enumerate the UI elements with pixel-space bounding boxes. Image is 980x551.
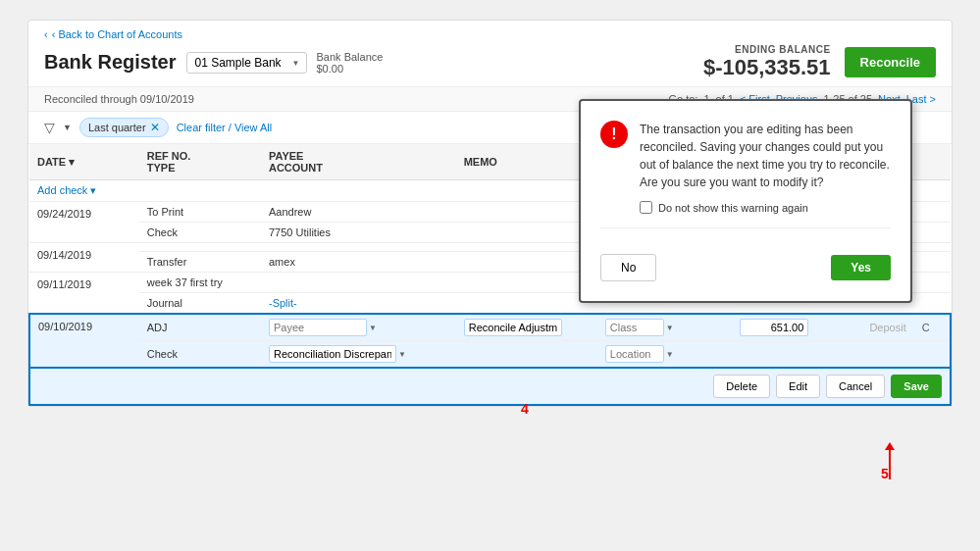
col-memo: MEMO — [456, 144, 597, 180]
row2-payee — [261, 243, 456, 252]
col-c — [914, 144, 951, 180]
row1-date: 09/24/2019 — [29, 202, 139, 243]
row3-c — [914, 273, 951, 293]
bank-dropdown[interactable]: 01 Sample Bank — [186, 52, 307, 74]
bank-balance-label: Bank Balance — [317, 51, 384, 63]
sel-amount-input[interactable] — [740, 319, 808, 336]
action-buttons-row: Delete Edit Cancel Save — [29, 368, 951, 405]
row2-type: Transfer — [139, 252, 261, 273]
reconciled-through-text: Reconciled through 09/10/2019 — [44, 93, 194, 105]
sel-payee-input[interactable] — [269, 319, 367, 336]
sel-type: Check — [139, 341, 261, 369]
sel-location-wrap[interactable]: ▼ — [597, 341, 707, 369]
row1-memo — [456, 202, 597, 223]
row1-account: 7750 Utilities — [261, 223, 456, 243]
sel-account-dropdown[interactable]: ▼ — [398, 350, 406, 359]
modal-message: The transaction you are editing has been… — [640, 121, 891, 191]
row1-payee: Aandrew — [261, 202, 456, 223]
row2-ref — [139, 243, 261, 252]
sel-deposit2 — [816, 341, 913, 369]
sel-ref: ADJ — [139, 314, 261, 341]
row3-ref: week 37 first try — [139, 273, 261, 293]
selected-row-bottom[interactable]: Check ▼ ▼ — [29, 341, 951, 369]
bank-balance-section: Bank Balance $0.00 — [317, 51, 384, 75]
row3-account: -Split- — [261, 293, 456, 315]
row3-memo — [456, 273, 597, 293]
save-button[interactable]: Save — [891, 375, 942, 398]
add-check-label[interactable]: Add check ▾ — [37, 184, 96, 196]
modal-overlay: ! The transaction you are editing has be… — [579, 99, 912, 303]
row1-memo2 — [456, 223, 597, 243]
selected-row-top[interactable]: 09/10/2019 ADJ ▼ — [29, 314, 951, 341]
row2-c — [914, 243, 951, 252]
col-refno: REF NO.TYPE — [139, 144, 261, 180]
sel-class-dropdown[interactable]: ▼ — [666, 324, 674, 332]
sel-payee-wrap[interactable]: ▼ — [261, 314, 456, 341]
modal-yes-button[interactable]: Yes — [831, 255, 891, 280]
col-payee: PAYEEACCOUNT — [261, 144, 456, 180]
filter-tag-close[interactable]: ✕ — [150, 121, 160, 134]
ending-balance-amount: $-105,335.51 — [703, 55, 831, 80]
sel-account-input[interactable] — [269, 345, 396, 363]
sel-amount[interactable] — [707, 314, 817, 341]
bank-balance-value: $0.00 — [317, 63, 384, 75]
back-to-chart-link[interactable]: ‹ ‹ Back to Chart of Accounts — [44, 28, 936, 40]
delete-button[interactable]: Delete — [713, 375, 770, 398]
sel-memo-input[interactable] — [464, 319, 562, 336]
filter-icon: ▽ — [44, 120, 55, 135]
row2-memo — [456, 243, 597, 252]
cancel-button[interactable]: Cancel — [826, 375, 885, 398]
row1-c — [914, 202, 951, 223]
sel-memo2 — [456, 341, 597, 369]
modal-no-button[interactable]: No — [600, 254, 656, 281]
ending-balance-label: ENDING BALANCE — [703, 44, 831, 55]
step5-arrow — [885, 442, 895, 479]
back-link-text: ‹ Back to Chart of Accounts — [52, 28, 182, 40]
row3-payee — [261, 273, 456, 293]
row3-c2 — [914, 293, 951, 315]
sel-location-dropdown[interactable]: ▼ — [666, 350, 674, 359]
row2-c2 — [914, 252, 951, 273]
sel-account-wrap[interactable]: ▼ — [261, 341, 456, 369]
row3-memo2 — [456, 293, 597, 315]
filter-tag: Last quarter ✕ — [79, 118, 169, 137]
modal-checkbox[interactable] — [640, 201, 652, 214]
sel-class-input[interactable] — [605, 319, 664, 336]
sel-payee-dropdown[interactable]: ▼ — [369, 324, 377, 332]
row2-date: 09/14/2019 — [29, 243, 139, 273]
row1-ref: To Print — [139, 202, 261, 223]
row3-date: 09/11/2019 — [29, 273, 139, 315]
page-title: Bank Register — [44, 51, 177, 74]
clear-filter-link[interactable]: Clear filter / View All — [177, 122, 273, 133]
row3-type: Journal — [139, 293, 261, 315]
edit-button[interactable]: Edit — [776, 375, 820, 398]
filter-tag-label: Last quarter — [88, 122, 146, 133]
back-arrow-icon: ‹ — [44, 28, 48, 40]
row2-memo2 — [456, 252, 597, 273]
modal-checkbox-label: Do not show this warning again — [658, 202, 808, 214]
bank-selector[interactable]: 01 Sample Bank — [186, 52, 307, 74]
step4-label: 4 — [521, 401, 529, 417]
sel-c2 — [914, 341, 951, 369]
sel-location-input[interactable] — [605, 345, 664, 363]
sel-date: 09/10/2019 — [29, 314, 139, 368]
row1-c2 — [914, 223, 951, 243]
sel-c: C — [914, 314, 951, 341]
col-date[interactable]: DATE ▾ — [29, 144, 139, 180]
reconcile-button[interactable]: Reconcile — [845, 47, 936, 77]
filter-dropdown-arrow[interactable]: ▼ — [63, 123, 72, 132]
sel-deposit: Deposit — [816, 314, 913, 341]
warning-icon: ! — [600, 121, 628, 148]
row2-account: amex — [261, 252, 456, 273]
sel-memo[interactable] — [456, 314, 597, 341]
sel-class-wrap[interactable]: ▼ — [597, 314, 707, 341]
row1-type: Check — [139, 223, 261, 243]
sel-amount2 — [707, 341, 817, 369]
